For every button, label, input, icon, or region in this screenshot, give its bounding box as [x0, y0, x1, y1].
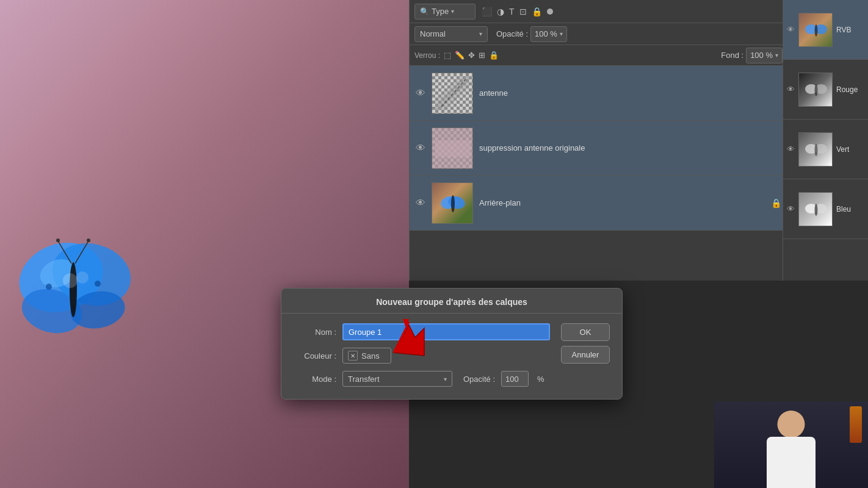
lock-icons-group: ⬚ ✏️ ✥ ⊞ 🔒: [444, 51, 499, 60]
layer-item-antenne[interactable]: 👁 antenne: [410, 66, 787, 121]
channel-name-bleu: Bleu: [836, 205, 851, 214]
opacite-value: 100: [505, 375, 519, 384]
lock-artboard-icon[interactable]: ⊞: [479, 51, 485, 60]
channel-thumb-rvb: [798, 13, 833, 47]
svg-rect-19: [432, 73, 473, 114]
person-head: [778, 411, 805, 438]
layer-item-suppression[interactable]: 👁 suppression antenne originale: [410, 121, 787, 176]
ok-button[interactable]: OK: [561, 323, 610, 341]
lock-all-icon[interactable]: 🔒: [489, 51, 499, 60]
dialog-title: Nouveau groupe d'après des calques: [281, 289, 622, 314]
svg-point-31: [451, 195, 455, 212]
mode-chevron: ▾: [444, 376, 447, 382]
layers-panel: 🔍 Type ▾ ⬛ ◑ T ⊡ 🔒 Normal ▾ Opacité : 10…: [409, 0, 787, 281]
mode-label: Mode :: [294, 375, 336, 384]
toolbar-icons: ⬛ ◑ T ⊡ 🔒: [482, 7, 553, 16]
fond-control: Fond : 100 % ▾: [721, 48, 783, 63]
channel-thumb-bleu: [798, 192, 833, 226]
butterfly-image: [12, 232, 134, 342]
channel-bleu[interactable]: 👁 Bleu: [783, 179, 868, 239]
nom-input[interactable]: [342, 323, 550, 340]
svg-line-20: [441, 79, 466, 107]
mode-dropdown[interactable]: Transfert ▾: [342, 371, 452, 387]
toolbar-row3: Verrou : ⬚ ✏️ ✥ ⊞ 🔒 Fond : 100 % ▾: [410, 45, 787, 66]
type-dropdown[interactable]: 🔍 Type ▾: [414, 4, 476, 20]
channel-eye-vert[interactable]: 👁: [787, 145, 795, 154]
layer-name-antenne: antenne: [479, 88, 781, 98]
couleur-dropdown[interactable]: ✕ Sans: [342, 348, 391, 364]
opacite-label: Opacité :: [463, 375, 495, 384]
fond-value-text: 100 %: [750, 51, 773, 60]
dialog-row-mode: Mode : Transfert ▾ Opacité : 100 %: [294, 371, 550, 387]
layer-item-bg[interactable]: 👁 Arrière-plan 🔒: [410, 176, 787, 231]
new-group-dialog[interactable]: Nouveau groupe d'après des calques Nom :…: [281, 288, 623, 400]
layer-thumb-antenne: [432, 73, 473, 114]
channel-rvb[interactable]: 👁 RVB: [783, 0, 868, 60]
canvas-area: [0, 0, 409, 488]
dot-icon: [547, 9, 553, 15]
circle-icon[interactable]: ◑: [497, 7, 504, 16]
opacity-control: Opacité : 100 % ▾: [496, 26, 567, 42]
blend-chevron: ▾: [479, 30, 482, 37]
channel-eye-bleu[interactable]: 👁: [787, 204, 795, 214]
channel-thumb-vert: [798, 132, 833, 167]
eye-icon-suppression[interactable]: 👁: [416, 143, 425, 154]
couleur-label: Couleur :: [294, 351, 336, 361]
svg-point-43: [815, 204, 818, 216]
blend-mode-dropdown[interactable]: Normal ▾: [414, 26, 488, 42]
webcam-overlay: [714, 401, 868, 488]
layer-lock-icon: 🔒: [771, 198, 781, 208]
svg-point-40: [815, 144, 818, 156]
svg-point-12: [46, 284, 52, 290]
text-icon[interactable]: T: [509, 7, 515, 16]
dialog-body: Nom : Couleur : ✕ Sans Mode :: [281, 314, 622, 399]
eye-icon-bg[interactable]: 👁: [416, 198, 425, 209]
svg-point-8: [56, 239, 60, 242]
layer-thumb-suppression: [432, 127, 473, 169]
lock2-icon[interactable]: 🔒: [532, 7, 542, 16]
color-x-icon: ✕: [348, 351, 358, 361]
channel-name-rvb: RVB: [836, 26, 851, 34]
fond-chevron: ▾: [775, 52, 778, 59]
blend-mode-value: Normal: [420, 29, 446, 38]
svg-point-10: [63, 273, 78, 288]
dialog-buttons: OK Annuler: [561, 323, 610, 364]
person-body: [767, 437, 816, 488]
layer-name-bg: Arrière-plan: [479, 198, 765, 207]
opacite-input[interactable]: 100: [501, 371, 529, 387]
canvas-image: [0, 0, 409, 488]
lock-brush-icon[interactable]: ✏️: [455, 51, 465, 60]
svg-rect-27: [435, 140, 471, 157]
channel-vert[interactable]: 👁 Vert: [783, 120, 868, 179]
channel-eye-rvb[interactable]: 👁: [787, 25, 795, 34]
opacite-unit: %: [537, 375, 544, 384]
dialog-row-nom: Nom :: [294, 323, 550, 340]
lock-move-icon[interactable]: ✥: [468, 51, 475, 60]
lock-transparent-icon[interactable]: ⬚: [444, 51, 451, 60]
cancel-button[interactable]: Annuler: [561, 346, 610, 364]
lamp-decoration: [850, 406, 862, 443]
image-icon[interactable]: ⬛: [482, 7, 492, 16]
channel-thumb-rouge: [798, 73, 833, 107]
svg-point-9: [87, 239, 90, 242]
opacity-label: Opacité :: [496, 29, 528, 38]
lock-label: Verrou :: [414, 51, 440, 60]
eye-icon-antenne[interactable]: 👁: [416, 88, 425, 99]
svg-point-13: [95, 281, 101, 287]
channel-name-rouge: Rouge: [836, 85, 858, 94]
svg-point-34: [815, 24, 818, 37]
crop-icon[interactable]: ⊡: [519, 7, 527, 16]
webcam-person: [714, 401, 868, 488]
svg-point-37: [815, 84, 818, 96]
opacity-chevron: ▾: [560, 30, 563, 37]
layers-list: 👁 antenne 👁: [410, 66, 787, 231]
fond-value-display[interactable]: 100 % ▾: [746, 48, 783, 63]
channel-name-vert: Vert: [836, 145, 849, 154]
couleur-value: Sans: [361, 351, 380, 361]
channel-eye-rouge[interactable]: 👁: [787, 85, 795, 94]
opacity-value-display[interactable]: 100 % ▾: [530, 26, 567, 42]
channel-rouge[interactable]: 👁 Rouge: [783, 60, 868, 120]
fond-label: Fond :: [721, 51, 743, 60]
svg-point-11: [76, 271, 89, 284]
layer-thumb-bg: [432, 182, 473, 224]
